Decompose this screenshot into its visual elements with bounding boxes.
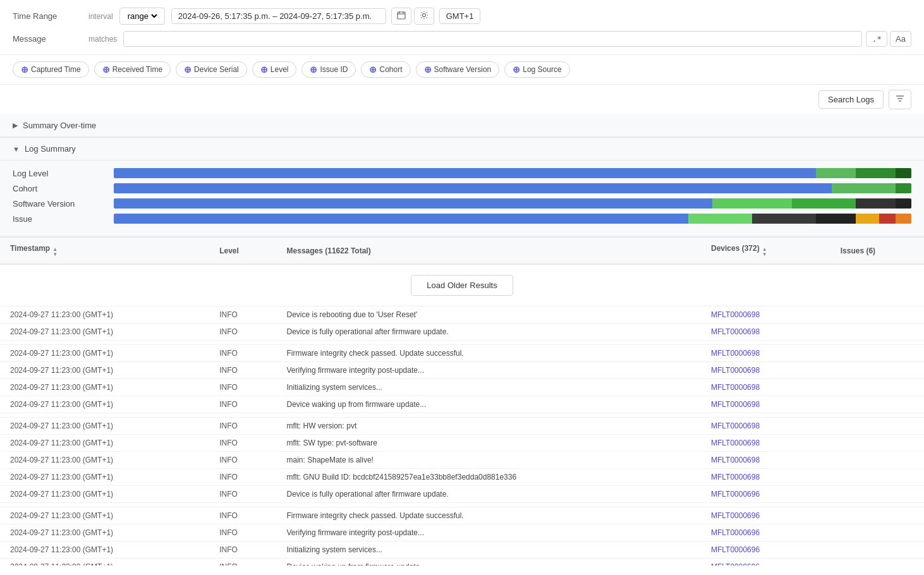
calendar-icon-btn[interactable] [391,8,411,25]
col-filter-captured-time[interactable]: ⊕Captured Time [13,61,89,78]
log-table: Timestamp▲▼LevelMessages (11622 Total)De… [0,237,924,566]
col-header-messages: Messages (11622 Total) [277,238,701,265]
col-filter-log-source[interactable]: ⊕Log Source [504,61,569,78]
advanced-filter-button[interactable] [889,90,911,109]
cell-message: mflt: GNU Build ID: bcdcbf241589257ea1e3… [277,469,701,486]
cell-device[interactable]: MFLT0000698 [701,418,830,435]
col-filter-label: Received Time [112,65,162,74]
bar-segment [896,183,911,193]
load-older-button[interactable]: Load Older Results [411,275,513,296]
cell-message: main: ShapeMate is alive! [277,452,701,469]
column-filters-section: ⊕Captured Time⊕Received Time⊕Device Seri… [0,55,924,85]
bar-segment [114,198,712,209]
date-range-input[interactable]: 2024-09-26, 5:17:35 p.m. – 2024-09-27, 5… [171,8,386,24]
top-filters-section: Time Range interval range 2024-09-26, 5:… [0,0,924,55]
cell-issue [830,524,924,542]
col-filter-software-version[interactable]: ⊕Software Version [416,61,500,78]
sort-icon: ▲▼ [52,247,58,257]
table-row: 2024-09-27 11:23:00 (GMT+1)INFODevice is… [0,486,924,503]
cell-timestamp: 2024-09-27 11:23:00 (GMT+1) [0,324,209,341]
table-row: 2024-09-27 11:23:00 (GMT+1)INFODevice is… [0,306,924,324]
plus-icon: ⊕ [102,64,110,75]
cell-device[interactable]: MFLT0000698 [701,396,830,413]
cell-message: Device waking up from firmware update... [277,559,701,566]
cell-level: INFO [209,524,276,542]
cell-device[interactable]: MFLT0000698 [701,379,830,396]
cell-level: INFO [209,418,276,435]
cell-message: Verifying firmware integrity post-update… [277,362,701,379]
cell-device[interactable]: MFLT0000696 [701,559,830,566]
cell-device[interactable]: MFLT0000696 [701,524,830,542]
time-range-label: Time Range [13,11,88,21]
log-summary-section: ▼ Log Summary Log LevelCohortSoftware Ve… [0,138,924,237]
col-header-issues: Issues (6) [830,238,924,265]
cell-device[interactable]: MFLT0000696 [701,542,830,559]
table-row: 2024-09-27 11:23:00 (GMT+1)INFOmflt: HW … [0,418,924,435]
interval-select[interactable]: range [119,8,165,25]
log-summary-header[interactable]: ▼ Log Summary [0,138,924,160]
sort-icon: ▲▼ [762,247,767,257]
summary-row: Log Level [13,168,911,178]
col-filter-label: Level [271,65,289,74]
cell-device[interactable]: MFLT0000696 [701,507,830,524]
col-filter-label: Issue ID [320,65,348,74]
interval-dropdown[interactable]: range [125,11,159,21]
col-header-level: Level [209,238,276,265]
case-sensitive-btn[interactable]: Aa [890,31,911,47]
cell-device[interactable]: MFLT0000698 [701,345,830,362]
col-filter-level[interactable]: ⊕Level [252,61,297,78]
cell-message: mflt: HW version: pvt [277,418,701,435]
cell-device[interactable]: MFLT0000698 [701,306,830,324]
cell-issue [830,507,924,524]
search-logs-button[interactable]: Search Logs [818,90,884,109]
load-older-row: Load Older Results [0,264,924,306]
summary-row-label: Log Level [13,169,114,178]
cell-device[interactable]: MFLT0000698 [701,452,830,469]
message-input[interactable] [123,31,862,47]
table-body: Load Older Results2024-09-27 11:23:00 (G… [0,264,924,566]
cell-level: INFO [209,542,276,559]
cell-message: Device waking up from firmware update... [277,396,701,413]
col-filter-device-serial[interactable]: ⊕Device Serial [176,61,247,78]
cell-issue [830,418,924,435]
bar-segment [832,183,896,193]
col-filter-label: Software Version [434,65,492,74]
summary-over-time-header[interactable]: ▶ Summary Over-time [0,114,924,137]
summary-row: Cohort [13,183,911,193]
bar-segment [712,198,792,209]
cell-issue [830,379,924,396]
cell-level: INFO [209,396,276,413]
bar-segment [896,168,911,178]
cell-device[interactable]: MFLT0000698 [701,435,830,452]
cell-issue [830,306,924,324]
cell-issue [830,559,924,566]
table-row: 2024-09-27 11:23:00 (GMT+1)INFOFirmware … [0,507,924,524]
cell-device[interactable]: MFLT0000698 [701,362,830,379]
bar-segment [114,183,832,193]
col-header-devices[interactable]: Devices (372)▲▼ [701,238,830,265]
plus-icon: ⊕ [369,64,377,75]
table-row: 2024-09-27 11:23:00 (GMT+1)INFOVerifying… [0,524,924,542]
cell-level: INFO [209,486,276,503]
table-row [0,503,924,507]
col-filter-label: Device Serial [194,65,239,74]
table-row: 2024-09-27 11:23:00 (GMT+1)INFODevice wa… [0,559,924,566]
plus-icon: ⊕ [424,64,432,75]
log-table-wrapper: Timestamp▲▼LevelMessages (11622 Total)De… [0,237,924,566]
cell-timestamp: 2024-09-27 11:23:00 (GMT+1) [0,559,209,566]
cell-timestamp: 2024-09-27 11:23:00 (GMT+1) [0,507,209,524]
col-header-timestamp[interactable]: Timestamp▲▼ [0,238,209,265]
summary-row: Software Version [13,198,911,209]
calendar-icon [397,11,406,20]
col-filter-received-time[interactable]: ⊕Received Time [94,61,171,78]
cell-device[interactable]: MFLT0000696 [701,486,830,503]
bar-segment [896,214,911,224]
regex-btn[interactable]: .* [866,31,887,47]
gear-icon [420,11,429,20]
cell-device[interactable]: MFLT0000698 [701,324,830,341]
col-filter-issue-id[interactable]: ⊕Issue ID [301,61,356,78]
col-filter-cohort[interactable]: ⊕Cohort [361,61,410,78]
settings-icon-btn[interactable] [414,8,434,25]
cell-issue [830,396,924,413]
cell-device[interactable]: MFLT0000698 [701,469,830,486]
